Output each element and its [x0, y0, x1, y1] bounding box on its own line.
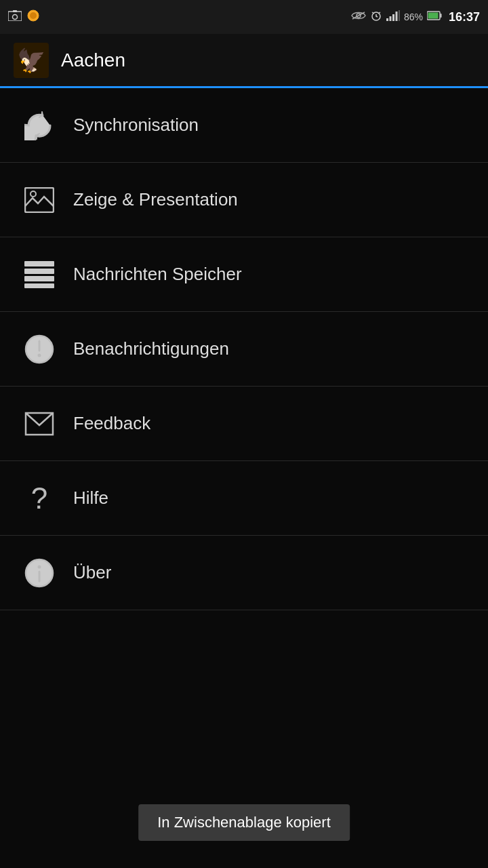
eye-icon	[351, 11, 366, 23]
menu-label-display: Zeige & Presentation	[73, 189, 238, 210]
svg-point-19	[30, 191, 36, 197]
sync-icon	[19, 111, 60, 140]
svg-rect-18	[25, 188, 54, 212]
svg-rect-22	[24, 276, 54, 281]
svg-rect-10	[392, 14, 394, 21]
menu-item-notifications[interactable]: Benachrichtigungen	[0, 312, 488, 387]
svg-rect-11	[395, 12, 397, 21]
svg-rect-8	[386, 18, 388, 21]
status-bar-right: 86% 16:37	[351, 9, 480, 24]
menu-list: Synchronisation Zeige & Presentation Nac…	[0, 88, 488, 610]
svg-rect-20	[24, 261, 54, 267]
info-icon	[19, 558, 60, 588]
image-icon	[19, 187, 60, 213]
record-icon	[27, 9, 39, 24]
status-time: 16:37	[449, 10, 480, 24]
svg-rect-15	[428, 13, 438, 19]
svg-point-4	[30, 12, 37, 19]
feedback-icon	[19, 412, 60, 436]
menu-label-about: Über	[73, 562, 111, 583]
battery-percent: 86%	[404, 12, 423, 22]
menu-item-display[interactable]: Zeige & Presentation	[0, 163, 488, 237]
notification-icon	[19, 334, 60, 364]
menu-label-notifications: Benachrichtigungen	[73, 338, 229, 359]
menu-label-sync: Synchronisation	[73, 115, 199, 136]
menu-item-about[interactable]: Über	[0, 536, 488, 610]
app-header: 🦅 Aachen	[0, 34, 488, 88]
svg-rect-14	[440, 14, 441, 18]
menu-label-feedback: Feedback	[73, 413, 150, 434]
status-bar: 86% 16:37	[0, 0, 488, 34]
app-logo: 🦅	[14, 43, 49, 78]
screenshot-icon	[8, 10, 22, 24]
app-title: Aachen	[61, 50, 125, 71]
status-bar-left	[8, 9, 39, 24]
svg-point-29	[38, 565, 41, 568]
svg-rect-23	[24, 283, 54, 288]
storage-icon	[19, 261, 60, 288]
menu-item-feedback[interactable]: Feedback	[0, 387, 488, 461]
svg-point-2	[13, 15, 18, 20]
svg-rect-9	[389, 16, 391, 21]
svg-point-26	[38, 353, 41, 357]
svg-rect-12	[399, 10, 400, 21]
menu-item-storage[interactable]: Nachrichten Speicher	[0, 237, 488, 312]
menu-item-sync[interactable]: Synchronisation	[0, 88, 488, 163]
svg-rect-21	[24, 269, 54, 274]
svg-text:🦅: 🦅	[17, 47, 46, 75]
svg-rect-1	[13, 10, 17, 12]
battery-icon	[427, 11, 442, 23]
menu-item-help[interactable]: ? Hilfe	[0, 461, 488, 536]
menu-label-help: Hilfe	[73, 488, 108, 509]
alarm-icon	[370, 9, 382, 24]
menu-label-storage: Nachrichten Speicher	[73, 264, 242, 285]
signal-icon	[386, 10, 400, 24]
clipboard-tooltip: In Zwischenablage kopiert	[138, 804, 350, 841]
help-icon: ?	[19, 484, 60, 513]
